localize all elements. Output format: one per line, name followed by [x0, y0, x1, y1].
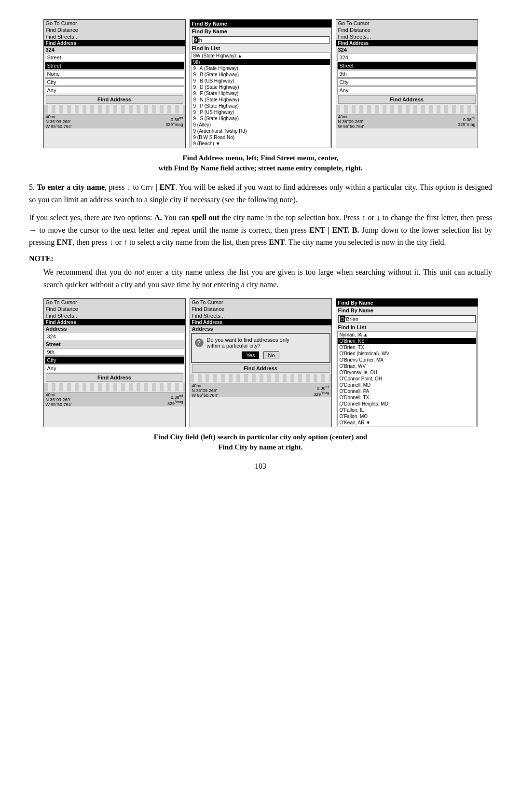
bc-map-bar: 40mi N 36°09.269' W 95°50.764' 0.38mi 32…	[190, 383, 331, 397]
menu-find-streets-left[interactable]: Find Streets...	[44, 33, 185, 40]
map-bar-left: 40mi N 36°09.269' W 95°50.764' 0.38mi 32…	[44, 114, 185, 128]
street-value-left[interactable]: Street	[45, 62, 184, 70]
br-list-4[interactable]: O'Briens Corner, MA	[338, 357, 476, 363]
address-value-left[interactable]: Street	[45, 54, 184, 61]
map-preview-right	[336, 105, 478, 113]
list-item-6[interactable]: 9 F (State Highway)	[192, 90, 330, 97]
find-address-btn-right[interactable]: Find Address	[338, 95, 476, 104]
address-value-right[interactable]: 324	[337, 54, 477, 61]
ninth-value-right[interactable]: 9th	[337, 70, 477, 78]
fbn-input-top[interactable]: 9th	[192, 36, 329, 44]
br-list-5[interactable]: O'Brian, WV	[338, 363, 476, 369]
street-value-right[interactable]: Street	[337, 62, 477, 70]
map-scale-right: 40mi	[338, 114, 458, 119]
note-text: We recommend that you do not enter a cit…	[43, 266, 492, 291]
br-fbn-text: 'Brien	[345, 316, 358, 322]
bc-menu-0[interactable]: Go To Cursor	[190, 299, 331, 306]
br-list-11[interactable]: O'Donnell Heights, MD	[338, 401, 476, 407]
map-preview-left	[44, 105, 185, 113]
list-item-4[interactable]: 9 B (US Highway)	[192, 78, 330, 84]
list-item-2[interactable]: 9 A (State Highway)	[192, 65, 330, 71]
list-item-0[interactable]: 8W (State Highway) ▲	[192, 53, 330, 59]
top-center-panel: Find By Name Find By Name 9th Find In Li…	[190, 19, 332, 148]
br-list-14[interactable]: O'Kean, AR ▼	[338, 420, 476, 426]
bc-menu-1[interactable]: Find Distance	[190, 306, 331, 312]
note-label: NOTE:	[29, 254, 492, 263]
br-list-9[interactable]: O'Donnell, PA	[338, 388, 476, 394]
bl-city-val[interactable]: City	[45, 356, 184, 364]
list-item-3[interactable]: 9 B (State Highway)	[192, 71, 330, 78]
bc-section: Find Address	[190, 319, 331, 325]
br-list-header: Find In List	[336, 324, 478, 331]
bl-scale: 40mi	[46, 392, 167, 397]
bl-map	[44, 383, 185, 392]
bc-find-btn[interactable]: Find Address	[192, 364, 329, 373]
menu-go-to-cursor-left[interactable]: Go To Cursor	[44, 20, 185, 27]
bearing-left: 329°mag	[165, 122, 183, 127]
yes-button[interactable]: Yes	[242, 351, 259, 359]
any-value-right[interactable]: Any	[337, 86, 477, 94]
list-item-1[interactable]: 9th	[192, 59, 330, 65]
br-list-1[interactable]: O'Brien, KS	[338, 338, 476, 344]
fbn-title-top: Find By Name	[190, 28, 331, 35]
br-list-12[interactable]: O'Fallon, IL	[338, 407, 476, 413]
bc-coords-w: W 95°50.764'	[192, 393, 314, 398]
br-list-3[interactable]: O'Brien (historical), WV	[338, 350, 476, 357]
bl-menu-0[interactable]: Go To Cursor	[44, 299, 185, 306]
bl-address-val[interactable]: 324	[45, 333, 184, 340]
paragraph2: If you select yes, there are two options…	[29, 211, 492, 249]
br-list-0[interactable]: Nyman, IA ▲	[338, 332, 476, 338]
list-item-10[interactable]: 9 S (State Highway)	[192, 115, 330, 122]
bl-any-val[interactable]: Any	[45, 364, 184, 372]
list-item-8[interactable]: 9 P (State Highway)	[192, 103, 330, 109]
list-item-14[interactable]: 9 (Beach) ▼	[192, 140, 330, 147]
list-item-12[interactable]: 9 (Ardenhurst Twshp Rd)	[192, 128, 330, 134]
br-fbn-cursor: O	[340, 316, 345, 322]
br-list-6[interactable]: O'Bryonsville, OH	[338, 369, 476, 376]
bl-menu-2[interactable]: Find Streets...	[44, 312, 185, 319]
list-item-13[interactable]: 9 (B W S Road No)	[192, 134, 330, 140]
fbn-list-header-top: Find In List	[190, 45, 331, 52]
bc-scale: 40mi	[192, 383, 314, 388]
br-list-13[interactable]: O'Fallon, MO	[338, 413, 476, 420]
bl-menu-1[interactable]: Find Distance	[44, 306, 185, 312]
find-address-btn-left[interactable]: Find Address	[46, 95, 183, 104]
bottom-screenshots-row: Go To Cursor Find Distance Find Streets.…	[29, 298, 492, 427]
question-buttons: Yes No	[195, 351, 327, 359]
fbn-list-top: 8W (State Highway) ▲ 9th 9 A (State High…	[191, 52, 330, 147]
top-caption-line2: with Find By Name field active; street n…	[92, 163, 429, 173]
bc-menu-2[interactable]: Find Streets...	[190, 312, 331, 319]
menu-find-distance-right[interactable]: Find Distance	[336, 27, 478, 33]
list-item-11[interactable]: 9 (Alley)	[192, 122, 330, 128]
list-item-5[interactable]: 9 D (State Highway)	[192, 84, 330, 90]
question-icon: ?	[195, 338, 204, 347]
menu-go-to-cursor-right[interactable]: Go To Cursor	[336, 20, 478, 27]
paragraph1: 5. To enter a city name, press ↓ to City…	[29, 181, 492, 206]
coords-n-left: N 36°09.269'	[46, 119, 166, 124]
menu-find-streets-right[interactable]: Find Streets...	[336, 33, 478, 40]
address-label-right: 324	[336, 46, 478, 53]
br-list-8[interactable]: O'Donnell, MD	[338, 382, 476, 388]
bl-street-val[interactable]: 9th	[45, 348, 184, 356]
city-label-right[interactable]: City	[337, 78, 477, 86]
no-button[interactable]: No	[263, 351, 279, 359]
street-none-left[interactable]: None	[45, 70, 184, 78]
bl-find-btn[interactable]: Find Address	[46, 373, 183, 382]
bc-dist: 0.38mi	[314, 384, 329, 391]
city-label-left[interactable]: City	[45, 78, 184, 86]
top-left-panel: Go To Cursor Find Distance Find Streets.…	[43, 19, 186, 148]
any-value-left[interactable]: Any	[45, 86, 184, 94]
br-list-10[interactable]: O'Donnell, TX	[338, 394, 476, 401]
fbn-cursor-top: 9	[194, 37, 198, 43]
bl-coords-n: N 36°09.269'	[46, 397, 167, 402]
list-item-7[interactable]: 9 N (State Highway)	[192, 97, 330, 103]
br-list-2[interactable]: O'Brien, TX	[338, 344, 476, 350]
bc-bearing: 329°mag	[314, 391, 329, 397]
map-scale-left: 40mi	[46, 114, 166, 119]
menu-find-distance-left[interactable]: Find Distance	[44, 27, 185, 33]
br-list-7[interactable]: O'Connor Point, OH	[338, 376, 476, 382]
bc-address-label: Address	[190, 325, 331, 332]
list-item-9[interactable]: 9 P (US Highway)	[192, 109, 330, 115]
br-fbn-input[interactable]: O'Brien	[338, 315, 476, 323]
bl-bearing: 329°mag	[167, 400, 183, 406]
